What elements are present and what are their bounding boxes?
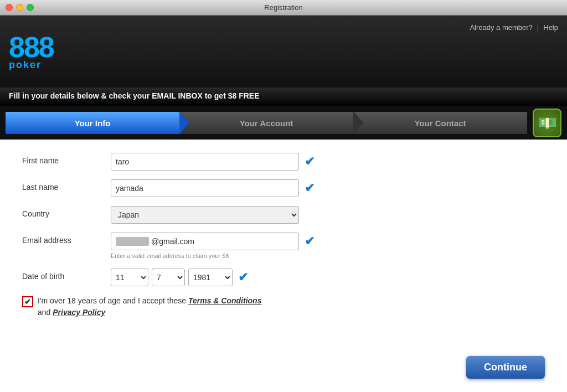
form-area: First name ✔ Last name ✔ Country Japan U… [0,140,567,392]
minimize-button[interactable] [16,4,23,11]
first-name-input[interactable] [111,153,299,171]
logo-888: 888 [9,33,54,61]
cash-emoji: 💵 [538,114,557,132]
dob-input-area: 123 456 789 101112 123 456 789 101112 13… [111,269,545,286]
email-checkmark: ✔ [305,234,315,249]
logo-poker: poker [9,59,42,71]
terms-checkbox-wrapper[interactable]: ✔ [22,296,33,307]
window-titlebar: Registration [0,0,567,16]
promo-banner: Fill in your details below & check your … [0,87,567,106]
email-row: Email address @gmail.com ✔ Enter a valid… [22,233,545,260]
country-select[interactable]: Japan United States United Kingdom Canad… [111,206,299,224]
steps-container: Your Info Your Account Your Contact [6,112,527,134]
app-container: 888 poker Already a member? | Help Fill … [0,16,567,392]
dob-label: Date of birth [22,269,111,281]
first-name-checkmark: ✔ [305,154,315,169]
step-your-account-label: Your Account [240,118,293,128]
dob-selects: 123 456 789 101112 123 456 789 101112 13… [111,269,233,286]
dob-row: Date of birth 123 456 789 101112 123 456… [22,269,545,286]
terms-row: ✔ I'm over 18 years of age and I accept … [22,295,545,318]
dob-checkmark: ✔ [238,270,248,285]
step-your-info-label: Your Info [75,118,111,128]
promo-text: Fill in your details below & check your … [9,91,260,100]
country-label: Country [22,206,111,218]
email-input-display[interactable]: @gmail.com [111,233,299,250]
logo-text: 888 [9,33,54,61]
dob-day-select[interactable]: 123 456 789 101112 131415 161718 192021 … [152,269,185,286]
first-name-input-area: ✔ [111,153,545,171]
terms-check-icon: ✔ [24,297,31,306]
terms-and: and [38,308,50,317]
last-name-label: Last name [22,179,111,192]
first-name-row: First name ✔ [22,153,545,171]
email-redacted-part [116,237,149,246]
close-button[interactable] [6,4,13,11]
header-right: Already a member? | Help [470,20,558,32]
country-input-area: Japan United States United Kingdom Canad… [111,206,545,224]
window-controls [6,4,34,11]
privacy-policy-link[interactable]: Privacy Policy [53,308,105,317]
window-title: Registration [264,3,302,12]
app-header: 888 poker Already a member? | Help [0,16,567,87]
email-domain: @gmail.com [151,237,194,246]
step-your-contact-label: Your Contact [414,118,466,128]
last-name-input[interactable] [111,179,299,197]
terms-prefix: I'm over 18 years of age and I accept th… [38,296,188,305]
step-your-contact[interactable]: Your Contact [353,112,527,134]
last-name-checkmark: ✔ [305,181,315,195]
email-hint: Enter a valid email address to claim you… [111,252,299,260]
last-name-input-area: ✔ [111,179,545,197]
help-link[interactable]: Help [543,23,558,32]
last-name-row: Last name ✔ [22,179,545,197]
step-your-info[interactable]: Your Info [6,112,179,134]
email-label: Email address [22,233,111,245]
maximize-button[interactable] [27,4,34,11]
continue-btn-wrapper: Continue [466,356,545,379]
email-field-wrapper: @gmail.com ✔ Enter a valid email address… [111,233,315,260]
step-your-account[interactable]: Your Account [179,112,353,134]
terms-conditions-link[interactable]: Terms & Conditions [188,296,262,305]
first-name-label: First name [22,153,111,165]
email-input-area: @gmail.com ✔ Enter a valid email address… [111,233,545,260]
header-divider: | [537,23,539,32]
terms-text-area: I'm over 18 years of age and I accept th… [38,295,261,318]
dob-month-select[interactable]: 123 456 789 101112 [111,269,148,286]
dob-year-select[interactable]: 19801981 19821983 19841985 19901995 [188,269,233,286]
cash-icon: 💵 [533,109,561,137]
country-row: Country Japan United States United Kingd… [22,206,545,224]
step-navigation: Your Info Your Account Your Contact 💵 [0,106,567,140]
already-member-text: Already a member? [470,23,532,32]
continue-button[interactable]: Continue [466,356,545,379]
logo-area: 888 poker [9,33,54,71]
